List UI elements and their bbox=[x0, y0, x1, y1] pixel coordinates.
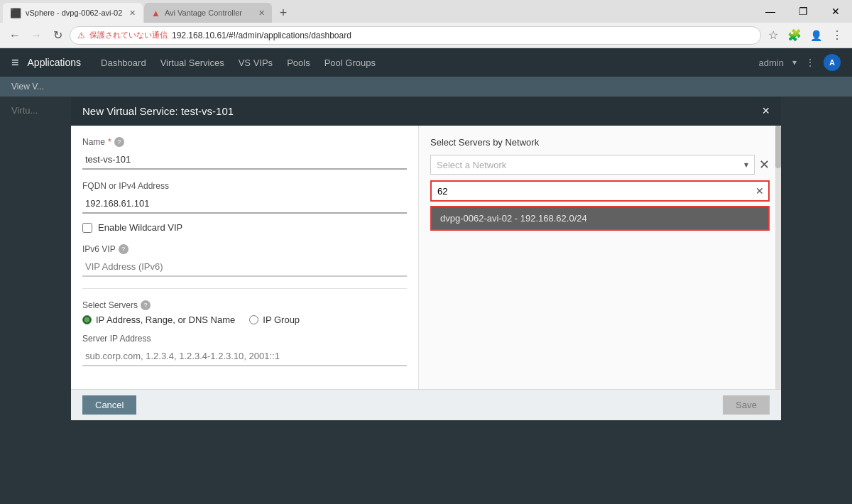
scrollbar-thumb[interactable] bbox=[775, 126, 781, 168]
browser-controls: ← → ↻ ⚠ 保護されていない通信 192.168.10.61/#!/admi… bbox=[0, 23, 852, 48]
vsphere-tab[interactable]: ⬛ vSphere - dvpg-0062-avi-02 - 仮... ✕ bbox=[3, 3, 143, 23]
profile-button[interactable]: 👤 bbox=[807, 26, 825, 45]
hamburger-menu[interactable]: ≡ bbox=[11, 55, 19, 70]
nav-pools[interactable]: Pools bbox=[287, 57, 310, 68]
network-search-input[interactable] bbox=[432, 182, 751, 200]
avi-tab-close[interactable]: ✕ bbox=[258, 9, 265, 18]
nav-right: admin ▾ ⋮ A bbox=[759, 54, 841, 71]
search-clear-button[interactable]: ✕ bbox=[751, 185, 768, 197]
right-panel-scrollbar[interactable] bbox=[775, 126, 781, 389]
server-ip-label: Server IP Address bbox=[82, 334, 407, 344]
address-text: 192.168.10.61/#!/admin/applications/dash… bbox=[172, 31, 351, 40]
left-panel: Name * ? FQDN or IPv4 Address bbox=[71, 126, 419, 389]
cancel-button[interactable]: Cancel bbox=[82, 395, 136, 415]
refresh-button[interactable]: ↻ bbox=[48, 26, 67, 45]
back-button[interactable]: ← bbox=[6, 26, 24, 45]
maximize-button[interactable]: ❐ bbox=[787, 0, 819, 23]
radio-ip-label[interactable]: IP Address, Range, or DNS Name bbox=[82, 314, 235, 325]
server-ip-field-group: Server IP Address bbox=[82, 334, 407, 366]
avi-logo: A bbox=[824, 54, 841, 71]
vsphere-tab-label: vSphere - dvpg-0062-avi-02 - 仮... bbox=[26, 8, 125, 18]
close-button[interactable]: ✕ bbox=[819, 0, 852, 23]
forward-button[interactable]: → bbox=[27, 26, 45, 45]
name-label: Name * ? bbox=[82, 137, 407, 147]
app-nav: Dashboard Virtual Services VS VIPs Pools… bbox=[101, 57, 376, 68]
servers-help-icon[interactable]: ? bbox=[141, 300, 151, 310]
network-dropdown[interactable]: Select a Network ▾ bbox=[430, 155, 755, 175]
security-warning-text: 保護されていない通信 bbox=[89, 30, 168, 40]
section-divider-1 bbox=[82, 288, 407, 289]
ipv6-field-group: IPv6 VIP ? bbox=[82, 244, 407, 277]
minimize-button[interactable]: — bbox=[754, 0, 787, 23]
wildcard-row: Enable Wildcard VIP bbox=[82, 222, 407, 233]
wildcard-label: Enable Wildcard VIP bbox=[98, 222, 182, 233]
footer-left: Cancel bbox=[82, 395, 136, 415]
select-servers-label: Select Servers ? bbox=[82, 300, 407, 310]
new-tab-button[interactable]: + bbox=[273, 3, 293, 23]
radio-ipgroup-label[interactable]: IP Group bbox=[249, 314, 300, 325]
fqdn-field-group: FQDN or IPv4 Address bbox=[82, 181, 407, 214]
view-vs-label[interactable]: View V... bbox=[11, 82, 44, 92]
fqdn-label: FQDN or IPv4 Address bbox=[82, 181, 407, 191]
radio-ipgroup-input[interactable] bbox=[249, 315, 258, 324]
network-placeholder: Select a Network bbox=[437, 160, 506, 170]
admin-username: admin bbox=[759, 57, 784, 68]
extensions-button[interactable]: 🧩 bbox=[785, 26, 804, 45]
menu-button[interactable]: ⋮ bbox=[828, 26, 846, 45]
radio-ip-input[interactable] bbox=[82, 315, 92, 324]
select-servers-group: Select Servers ? IP Address, Range, or D… bbox=[82, 300, 407, 325]
name-required: * bbox=[108, 137, 111, 147]
chevron-down-icon: ▾ bbox=[744, 160, 748, 170]
modal-close-button[interactable]: × bbox=[762, 104, 770, 119]
network-select-row: Select a Network ▾ ✕ bbox=[430, 155, 770, 175]
right-panel: Select Servers by Network Select a Netwo… bbox=[419, 126, 781, 389]
server-ip-input[interactable] bbox=[82, 346, 407, 366]
nav-dots[interactable]: ⋮ bbox=[805, 57, 815, 68]
nav-dashboard[interactable]: Dashboard bbox=[101, 57, 146, 68]
ipv6-label: IPv6 VIP ? bbox=[82, 244, 407, 254]
search-row: ✕ bbox=[430, 180, 770, 202]
avi-tab-label: Avi Vantage Controller bbox=[165, 9, 242, 17]
modal-footer: Cancel Save bbox=[71, 389, 781, 420]
ipv6-help-icon[interactable]: ? bbox=[119, 244, 129, 254]
bookmark-button[interactable]: ☆ bbox=[764, 26, 782, 45]
app-toolbar: ≡ Applications Dashboard Virtual Service… bbox=[0, 48, 852, 77]
address-bar[interactable]: ⚠ 保護されていない通信 192.168.10.61/#!/admin/appl… bbox=[70, 26, 761, 45]
avi-tab[interactable]: ▲ Avi Vantage Controller ✕ bbox=[144, 3, 272, 23]
browser-window: ⬛ vSphere - dvpg-0062-avi-02 - 仮... ✕ ▲ … bbox=[0, 0, 852, 504]
footer-right: Save bbox=[723, 395, 770, 415]
tab-bar: ⬛ vSphere - dvpg-0062-avi-02 - 仮... ✕ ▲ … bbox=[0, 0, 754, 23]
modal-overlay: New Virtual Service: test-vs-101 × bbox=[0, 97, 852, 504]
modal-title: New Virtual Service: test-vs-101 bbox=[82, 105, 234, 117]
name-input[interactable] bbox=[82, 150, 407, 170]
nav-vs-vips[interactable]: VS VIPs bbox=[239, 57, 273, 68]
content-area: Virtu... New Virtual Service: test-vs-10… bbox=[0, 97, 852, 504]
vsphere-tab-icon: ⬛ bbox=[10, 8, 21, 18]
nav-chevron[interactable]: ▾ bbox=[792, 57, 797, 67]
network-dropdown-clear-button[interactable]: ✕ bbox=[759, 158, 770, 171]
avi-tab-icon: ▲ bbox=[151, 8, 160, 18]
nav-virtual-services[interactable]: Virtual Services bbox=[160, 57, 224, 68]
security-warning-icon: ⚠ bbox=[77, 31, 85, 40]
vsphere-tab-close[interactable]: ✕ bbox=[129, 9, 136, 18]
app-name: Applications bbox=[28, 57, 82, 68]
name-field-group: Name * ? bbox=[82, 137, 407, 170]
nav-pool-groups[interactable]: Pool Groups bbox=[324, 57, 376, 68]
network-option-item[interactable]: dvpg-0062-avi-02 - 192.168.62.0/24 bbox=[430, 206, 770, 231]
fqdn-input[interactable] bbox=[82, 194, 407, 214]
name-help-icon[interactable]: ? bbox=[114, 137, 124, 147]
window-controls: — ❐ ✕ bbox=[754, 0, 852, 23]
modal-header: New Virtual Service: test-vs-101 × bbox=[71, 97, 781, 126]
ipv6-input[interactable] bbox=[82, 257, 407, 277]
modal-body: Name * ? FQDN or IPv4 Address bbox=[71, 126, 781, 389]
right-panel-title: Select Servers by Network bbox=[430, 137, 770, 148]
wildcard-checkbox[interactable] bbox=[82, 223, 92, 233]
radio-group: IP Address, Range, or DNS Name IP Group bbox=[82, 314, 407, 325]
sub-toolbar: View V... bbox=[0, 77, 852, 97]
modal-dialog: New Virtual Service: test-vs-101 × bbox=[71, 97, 781, 420]
app-container: ≡ Applications Dashboard Virtual Service… bbox=[0, 48, 852, 504]
save-button[interactable]: Save bbox=[723, 395, 770, 415]
